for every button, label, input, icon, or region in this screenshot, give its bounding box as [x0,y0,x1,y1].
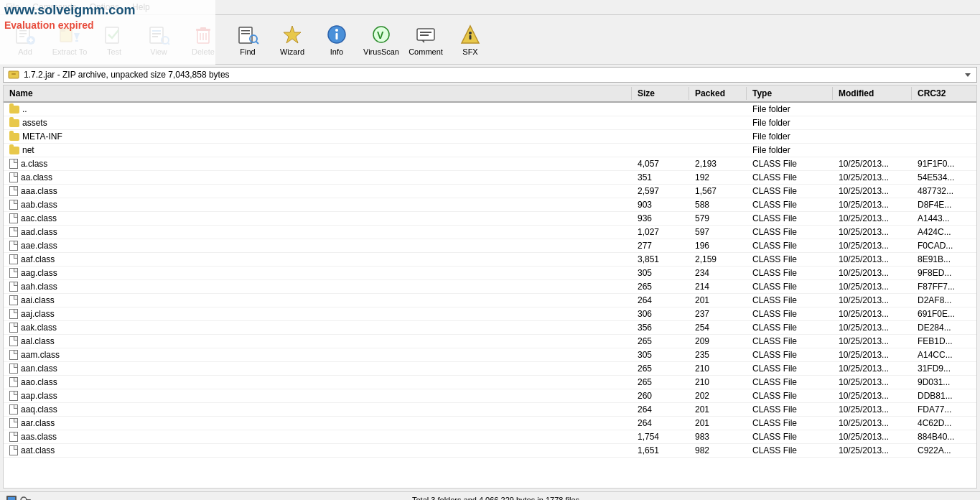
file-name: aa.class [21,172,52,182]
table-row[interactable]: ..File folder [4,103,976,116]
add-button[interactable]: Add [4,18,46,61]
file-modified: 10/25/2013... [833,322,912,333]
table-row[interactable]: aan.class265210CLASS File10/25/2013...31… [4,362,976,376]
file-type: CLASS File [747,281,833,292]
menu-commands[interactable]: Commands [29,1,79,13]
file-modified [833,131,912,142]
table-row[interactable]: aam.class305235CLASS File10/25/2013...A1… [4,348,976,362]
info-button[interactable]: Info [316,18,358,61]
svg-rect-15 [152,36,158,37]
file-rows[interactable]: ..File folderassetsFile folderMETA-INFFi… [4,103,976,488]
table-row[interactable]: aaf.class3,8512,159CLASS File10/25/2013.… [4,253,976,267]
svg-rect-31 [336,33,338,40]
file-size: 2,597 [632,185,689,197]
archive-icon [8,69,19,80]
file-icon [9,254,18,264]
col-packed[interactable]: Packed [689,87,747,100]
table-row[interactable]: aa.class351192CLASS File10/25/2013...54E… [4,171,976,185]
view-label: View [150,47,167,56]
file-crc32: A424C... [912,226,976,238]
col-name[interactable]: Name [4,87,632,100]
file-type: CLASS File [747,185,833,197]
file-name: aan.class [21,364,57,374]
table-row[interactable]: aae.class277196CLASS File10/25/2013...F0… [4,239,976,253]
menu-options[interactable]: Options [87,1,122,13]
table-row[interactable]: aar.class264201CLASS File10/25/2013...4C… [4,417,976,430]
file-modified: 10/25/2013... [833,254,912,265]
file-crc32: DDB81... [912,390,976,402]
table-row[interactable]: aas.class1,754983CLASS File10/25/2013...… [4,430,976,444]
file-icon [9,227,18,237]
file-icon [9,309,18,319]
file-packed: 196 [689,240,747,251]
svg-marker-29 [284,26,301,43]
wizard-button[interactable]: Wizard [271,18,313,61]
table-row[interactable]: assetsFile folder [4,116,976,130]
file-icon [9,295,18,305]
file-size: 305 [632,349,689,361]
file-name: aao.class [21,377,57,387]
col-size[interactable]: Size [632,87,689,100]
file-size: 260 [632,390,689,402]
table-row[interactable]: aaj.class306237CLASS File10/25/2013...69… [4,307,976,321]
table-row[interactable]: aag.class305234CLASS File10/25/2013...9F… [4,267,976,280]
file-crc32 [912,117,976,129]
col-type[interactable]: Type [747,87,833,100]
table-row[interactable]: aab.class903588CLASS File10/25/2013...D8… [4,198,976,212]
file-crc32: 9D031... [912,376,976,388]
path-dropdown-icon[interactable] [963,70,972,79]
file-size [632,131,689,142]
file-size: 306 [632,308,689,320]
find-button[interactable]: Find [227,18,269,61]
file-icon [9,404,18,415]
table-row[interactable]: META-INFFile folder [4,130,976,144]
table-row[interactable]: aah.class265214CLASS File10/25/2013...F8… [4,280,976,294]
menu-file[interactable]: File [3,1,22,13]
file-icon [9,377,18,387]
table-row[interactable]: aai.class264201CLASS File10/25/2013...D2… [4,294,976,307]
file-modified: 10/25/2013... [833,390,912,402]
table-row[interactable]: aap.class260202CLASS File10/25/2013...DD… [4,389,976,403]
file-modified: 10/25/2013... [833,226,912,238]
virusscan-button[interactable]: V VirusScan [360,18,402,61]
file-type: CLASS File [747,267,833,279]
delete-button[interactable]: Delete [182,18,224,61]
file-modified: 10/25/2013... [833,295,912,306]
file-type: CLASS File [747,308,833,320]
table-row[interactable]: aak.class356254CLASS File10/25/2013...DE… [4,321,976,335]
extract-button[interactable]: Extract To [49,18,90,61]
file-modified: 10/25/2013... [833,335,912,347]
menu-help[interactable]: Help [129,1,153,13]
file-name-cell: aac.class [4,213,632,224]
table-row[interactable]: aal.class265209CLASS File10/25/2013...FE… [4,335,976,348]
file-type: CLASS File [747,240,833,251]
svg-rect-3 [19,36,24,37]
file-size: 305 [632,267,689,279]
col-crc32[interactable]: CRC32 [912,87,976,100]
computer-icon [6,494,17,500]
table-row[interactable]: aaq.class264201CLASS File10/25/2013...FD… [4,403,976,417]
table-row[interactable]: aac.class936579CLASS File10/25/2013...A1… [4,212,976,226]
test-button[interactable]: Test [93,18,135,61]
file-type: File folder [747,117,833,129]
table-row[interactable]: aat.class1,651982CLASS File10/25/2013...… [4,444,976,458]
view-button[interactable]: View [138,18,179,61]
file-name-cell: aap.class [4,390,632,402]
info-icon [325,23,348,46]
table-row[interactable]: aad.class1,027597CLASS File10/25/2013...… [4,226,976,239]
sfx-button[interactable]: SFX [449,18,491,61]
file-name-cell: .. [4,103,632,115]
table-row[interactable]: aaa.class2,5971,567CLASS File10/25/2013.… [4,185,976,198]
table-row[interactable]: aao.class265210CLASS File10/25/2013...9D… [4,376,976,389]
file-crc32: D2AF8... [912,295,976,306]
file-modified [833,103,912,115]
file-name-cell: aah.class [4,281,632,292]
table-row[interactable]: netFile folder [4,144,976,157]
col-modified[interactable]: Modified [833,87,912,100]
table-row[interactable]: a.class4,0572,193CLASS File10/25/2013...… [4,157,976,171]
file-icon [9,172,18,182]
file-name: aaq.class [21,404,57,415]
file-size: 4,057 [632,158,689,170]
comment-button[interactable]: Comment [405,18,447,61]
file-name-cell: aad.class [4,226,632,238]
